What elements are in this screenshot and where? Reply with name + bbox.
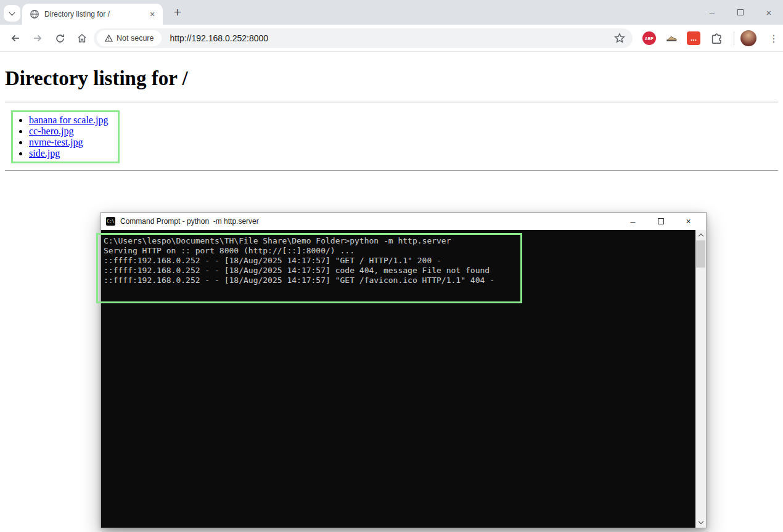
toolbar-divider <box>734 31 734 45</box>
cmd-window-controls: – × <box>619 213 702 230</box>
adblock-extension-icon[interactable]: ABP <box>642 31 656 45</box>
terminal-log-line: ::ffff:192.168.0.252 - - [18/Aug/2025 14… <box>104 256 694 266</box>
cmd-window-title: Command Prompt - python -m http.server <box>120 217 259 226</box>
browser-close-button[interactable]: × <box>755 0 783 25</box>
annotation-box-file-list: banana for scale.jpg cc-hero.jpg nvme-te… <box>11 110 120 163</box>
tab-strip: Directory listing for / × + – × <box>0 0 783 25</box>
tab-close-icon[interactable]: × <box>147 9 158 20</box>
warning-triangle-icon <box>105 35 113 42</box>
security-chip-label: Not secure <box>117 34 154 43</box>
cmd-maximize-button[interactable] <box>647 213 674 230</box>
chevron-down-icon <box>9 9 15 15</box>
dots-extension-icon[interactable]: ... <box>687 31 700 45</box>
cmd-close-button[interactable]: × <box>674 213 702 230</box>
chevron-up-icon <box>698 234 703 239</box>
terminal-scrollbar[interactable] <box>695 230 706 528</box>
cmd-icon: C:\ <box>106 217 115 226</box>
forward-arrow-icon <box>32 33 43 44</box>
cmd-title-bar[interactable]: C:\ Command Prompt - python -m http.serv… <box>101 213 706 230</box>
tab-directory-listing[interactable]: Directory listing for / × <box>22 4 163 25</box>
scroll-down-button[interactable] <box>695 517 706 528</box>
home-icon <box>76 33 88 44</box>
terminal-log-line: C:\Users\lespo\Documents\TH\File Share\D… <box>104 236 694 246</box>
back-button[interactable] <box>5 25 26 52</box>
maximize-icon <box>737 9 744 15</box>
star-icon <box>614 33 625 44</box>
tab-search-button[interactable] <box>4 5 20 22</box>
extensions-button[interactable] <box>710 31 723 45</box>
list-item: side.jpg <box>29 148 108 159</box>
list-item: banana for scale.jpg <box>29 115 108 126</box>
chevron-down-icon <box>698 519 703 524</box>
forward-button[interactable] <box>27 25 48 52</box>
list-item: cc-hero.jpg <box>29 126 108 137</box>
cmd-minimize-button[interactable]: – <box>619 213 647 230</box>
puzzle-piece-icon <box>711 33 723 44</box>
divider-top <box>5 102 778 102</box>
bookmark-button[interactable] <box>609 25 630 52</box>
terminal-log-line: ::ffff:192.168.0.252 - - [18/Aug/2025 14… <box>104 266 694 276</box>
terminal-log-line: ::ffff:192.168.0.252 - - [18/Aug/2025 14… <box>104 276 694 285</box>
file-link-cc-hero[interactable]: cc-hero.jpg <box>29 126 73 136</box>
sneaker-icon <box>665 32 678 44</box>
file-list: banana for scale.jpg cc-hero.jpg nvme-te… <box>13 115 108 159</box>
terminal-log-line: Serving HTTP on :: port 8000 (http://[::… <box>104 246 694 256</box>
sneaker-extension-icon[interactable] <box>665 31 678 45</box>
browser-maximize-button[interactable] <box>726 0 755 25</box>
home-button[interactable] <box>72 25 92 52</box>
terminal-output: C:\Users\lespo\Documents\TH\File Share\D… <box>101 230 706 285</box>
scroll-up-button[interactable] <box>695 230 706 240</box>
back-arrow-icon <box>10 33 21 44</box>
command-prompt-window[interactable]: C:\ Command Prompt - python -m http.serv… <box>100 212 707 528</box>
browser-menu-button[interactable]: ⋮ <box>763 25 783 52</box>
cmd-maximize-icon <box>658 218 664 224</box>
list-item: nvme-test.jpg <box>29 137 108 148</box>
terminal-output-area[interactable]: C:\Users\lespo\Documents\TH\File Share\D… <box>101 230 706 528</box>
new-tab-button[interactable]: + <box>169 4 186 21</box>
scrollbar-thumb[interactable] <box>696 240 705 268</box>
reload-icon <box>55 33 65 44</box>
file-link-banana[interactable]: banana for scale.jpg <box>29 115 108 125</box>
browser-toolbar: Not secure http://192.168.0.252:8000 ABP… <box>0 25 783 52</box>
browser-minimize-button[interactable]: – <box>698 0 726 25</box>
globe-favicon-icon <box>30 9 39 19</box>
reload-button[interactable] <box>49 25 70 52</box>
file-link-side[interactable]: side.jpg <box>29 148 60 158</box>
security-chip[interactable]: Not secure <box>97 30 162 46</box>
page-title: Directory listing for / <box>5 67 778 90</box>
url-text: http://192.168.0.252:8000 <box>170 33 268 43</box>
browser-window-controls: – × <box>698 0 783 25</box>
tab-title: Directory listing for / <box>44 10 147 18</box>
divider-bottom <box>5 170 778 171</box>
address-bar[interactable]: Not secure http://192.168.0.252:8000 <box>94 28 633 48</box>
profile-avatar[interactable] <box>740 30 756 46</box>
file-link-nvme-test[interactable]: nvme-test.jpg <box>29 137 83 147</box>
